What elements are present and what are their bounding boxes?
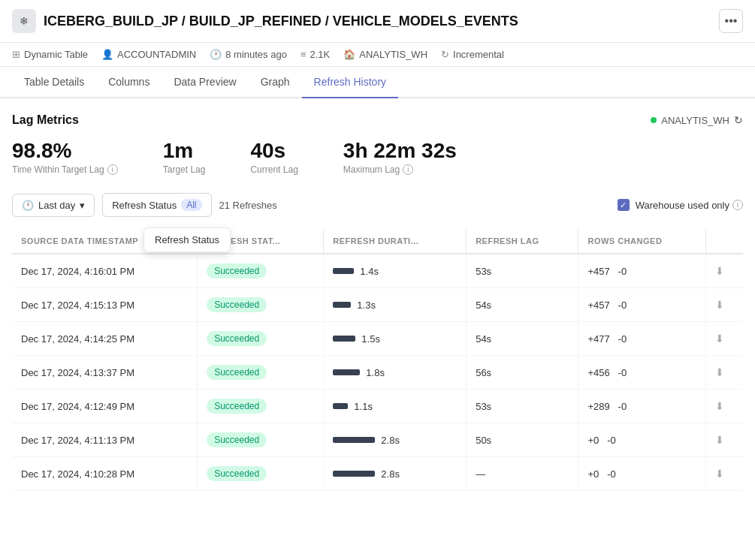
cell-action: ⬇ [705, 457, 743, 491]
duration-value: 1.3s [357, 300, 376, 311]
meta-incremental-label: Incremental [453, 49, 504, 60]
warehouse-icon: 🏠 [343, 49, 355, 60]
cell-lag: 50s [467, 423, 578, 457]
lag-metrics-title: Lag Metrics [12, 113, 79, 127]
meta-account-label: ACCOUNTADMIN [117, 49, 196, 60]
refresh-history-table: SOURCE DATA TIMESTAMP REFRESH STAT... RE… [12, 229, 743, 491]
cell-rows-changed: +457 -0 [578, 288, 705, 322]
cell-status: Succeeded [198, 457, 324, 491]
cell-action: ⬇ [705, 356, 743, 390]
duration-bar: 1.1s [333, 401, 457, 412]
rows-removed: -0 [618, 401, 627, 412]
status-badge: Succeeded [207, 432, 267, 447]
cell-rows-changed: +457 -0 [578, 254, 705, 288]
rows-removed: -0 [607, 435, 616, 446]
cell-lag: 56s [467, 356, 578, 390]
refresh-status-tooltip: Refresh Status [143, 227, 231, 252]
download-icon[interactable]: ⬇ [715, 299, 724, 311]
warehouse-checkbox[interactable]: ✓ [618, 199, 630, 211]
last-day-label: Last day [38, 200, 75, 211]
metric-value-3: 3h 22m 32s [343, 139, 457, 163]
cell-lag: 54s [467, 322, 578, 356]
duration-bar-fill [333, 369, 360, 375]
download-icon[interactable]: ⬇ [715, 400, 724, 412]
meta-size: ≡ 2.1K [300, 49, 330, 60]
info-icon-3[interactable]: i [403, 164, 413, 175]
status-badge: Succeeded [207, 365, 267, 380]
refreshes-count: 21 Refreshes [219, 200, 277, 211]
cell-lag: 54s [467, 288, 578, 322]
table-row: Dec 17, 2024, 4:11:13 PM Succeeded 2.8s … [12, 423, 743, 457]
checkmark-icon: ✓ [620, 200, 627, 210]
table-meta-icon: ⊞ [12, 49, 20, 60]
cell-rows-changed: +456 -0 [578, 356, 705, 390]
cell-action: ⬇ [705, 254, 743, 288]
cell-timestamp: Dec 17, 2024, 4:16:01 PM [12, 254, 198, 288]
meta-warehouse: 🏠 ANALYTIS_WH [343, 49, 427, 60]
cell-rows-changed: +0 -0 [578, 423, 705, 457]
download-icon[interactable]: ⬇ [715, 333, 724, 345]
tab-graph[interactable]: Graph [249, 67, 302, 98]
tab-table-details[interactable]: Table Details [12, 67, 96, 98]
table-row: Dec 17, 2024, 4:13:37 PM Succeeded 1.8s … [12, 356, 743, 390]
top-bar: ❄ ICEBERG_BUILD_JP / BUILD_JP_REFINED / … [0, 0, 755, 43]
metric-label-2: Current Lag [250, 164, 297, 175]
cell-lag: — [467, 457, 578, 491]
cell-duration: 1.5s [324, 322, 467, 356]
metric-current-lag: 40s Current Lag [250, 139, 297, 175]
warehouse-info-icon[interactable]: i [732, 200, 743, 210]
duration-bar: 1.4s [333, 266, 457, 277]
tabs-bar: Table Details Columns Data Preview Graph… [0, 67, 755, 98]
duration-bar: 1.8s [333, 367, 457, 378]
status-dot [651, 117, 657, 123]
cell-status: Succeeded [198, 254, 324, 288]
lag-refresh-icon[interactable]: ↻ [734, 114, 743, 126]
rows-added: +457 [587, 300, 609, 311]
tab-refresh-history[interactable]: Refresh History [302, 67, 398, 98]
cell-lag: 53s [467, 390, 578, 423]
metric-value-2: 40s [250, 139, 297, 163]
rows-added: +0 [587, 468, 599, 480]
cell-timestamp: Dec 17, 2024, 4:15:13 PM [12, 288, 198, 322]
cell-duration: 1.4s [324, 254, 467, 288]
cell-rows-changed: +289 -0 [578, 390, 705, 423]
more-options-button[interactable]: ••• [719, 9, 743, 33]
download-icon[interactable]: ⬇ [715, 434, 724, 446]
info-icon-0[interactable]: i [107, 164, 118, 175]
rows-added: +477 [587, 333, 609, 345]
last-day-button[interactable]: 🕐 Last day ▾ [12, 194, 95, 217]
cell-status: Succeeded [198, 288, 324, 322]
cell-duration: 2.8s [324, 423, 467, 457]
meta-warehouse-label: ANALYTIS_WH [359, 49, 427, 60]
clock-filter-icon: 🕐 [22, 200, 34, 211]
cell-timestamp: Dec 17, 2024, 4:12:49 PM [12, 390, 198, 423]
download-icon[interactable]: ⬇ [715, 265, 724, 277]
tab-columns[interactable]: Columns [96, 67, 162, 98]
cell-action: ⬇ [705, 390, 743, 423]
download-icon[interactable]: ⬇ [715, 366, 724, 378]
metric-value-1: 1m [163, 139, 206, 163]
duration-value: 1.8s [366, 367, 385, 378]
cell-duration: 1.8s [324, 356, 467, 390]
refresh-status-button[interactable]: Refresh Status All [102, 193, 211, 217]
status-badge: Succeeded [207, 263, 267, 278]
status-badge: Succeeded [207, 331, 267, 346]
rows-added: +456 [587, 367, 609, 378]
warehouse-filter: ✓ Warehouse used only i [618, 199, 743, 211]
refresh-status-label: Refresh Status [112, 200, 177, 211]
table-row: Dec 17, 2024, 4:15:13 PM Succeeded 1.3s … [12, 288, 743, 322]
rows-removed: -0 [618, 367, 627, 378]
main-content: Lag Metrics ANALYTIS_WH ↻ 98.8% Time Wit… [0, 98, 755, 506]
download-icon[interactable]: ⬇ [715, 468, 724, 480]
meta-time: 🕐 8 minutes ago [210, 49, 287, 60]
col-refresh-duration: REFRESH DURATI... [324, 229, 467, 254]
clock-icon: 🕐 [210, 49, 222, 60]
meta-incremental: ↻ Incremental [441, 49, 504, 60]
cell-duration: 1.1s [324, 390, 467, 423]
tab-data-preview[interactable]: Data Preview [162, 67, 248, 98]
duration-bar-fill [333, 336, 355, 342]
cell-action: ⬇ [705, 288, 743, 322]
rows-removed: -0 [618, 266, 627, 277]
metric-value-0: 98.8% [12, 139, 118, 163]
cell-lag: 53s [467, 254, 578, 288]
